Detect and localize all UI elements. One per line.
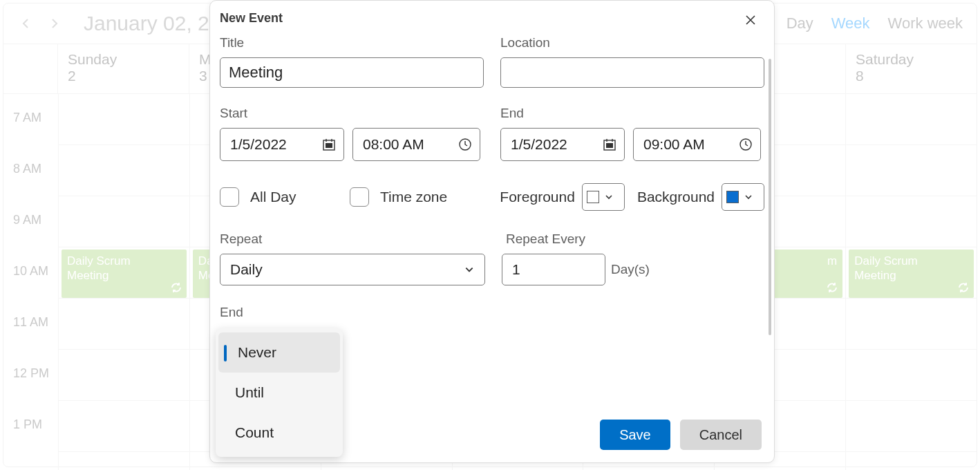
background-color-picker[interactable] xyxy=(722,183,764,211)
start-time-value: 08:00 AM xyxy=(363,136,424,153)
foreground-label: Foreground xyxy=(500,189,575,205)
foreground-color-picker[interactable] xyxy=(582,183,625,211)
timezone-checkbox[interactable] xyxy=(350,187,369,207)
title-input[interactable] xyxy=(220,57,484,88)
foreground-swatch xyxy=(587,191,599,203)
timezone-label: Time zone xyxy=(380,189,447,205)
location-input[interactable] xyxy=(500,57,764,88)
end-time-input[interactable]: 09:00 AM xyxy=(633,128,761,161)
start-date-input[interactable]: 1/5/2022 xyxy=(220,128,344,161)
allday-label: All Day xyxy=(250,189,296,205)
cancel-button[interactable]: Cancel xyxy=(680,420,762,450)
repeat-label: Repeat xyxy=(220,232,485,247)
allday-checkbox[interactable] xyxy=(220,187,239,207)
location-label: Location xyxy=(500,35,764,50)
end-recurrence-label: End xyxy=(220,305,243,319)
background-label: Background xyxy=(637,189,715,205)
svg-rect-1 xyxy=(326,143,332,148)
svg-rect-4 xyxy=(606,143,613,148)
dropdown-option-until[interactable]: Until xyxy=(216,373,343,413)
end-date-input[interactable]: 1/5/2022 xyxy=(500,128,625,161)
chevron-down-icon xyxy=(603,191,614,203)
start-time-input[interactable]: 08:00 AM xyxy=(352,128,480,161)
end-label: End xyxy=(500,106,764,121)
repeat-value: Daily xyxy=(230,261,263,278)
calendar-icon xyxy=(321,137,337,152)
end-recurrence-dropdown: Never Until Count xyxy=(216,328,343,457)
repeat-every-label: Repeat Every xyxy=(506,232,650,247)
repeat-select[interactable]: Daily xyxy=(220,254,485,285)
dropdown-option-count[interactable]: Count xyxy=(216,413,343,453)
end-time-value: 09:00 AM xyxy=(643,136,705,153)
start-label: Start xyxy=(220,106,484,121)
save-button[interactable]: Save xyxy=(600,420,670,450)
close-icon xyxy=(745,15,756,26)
clock-icon xyxy=(738,137,753,152)
dialog-title: New Event xyxy=(210,1,774,32)
repeat-every-unit: Day(s) xyxy=(611,262,650,277)
background-swatch xyxy=(726,191,739,203)
end-date-value: 1/5/2022 xyxy=(511,136,567,153)
clock-icon xyxy=(458,137,473,152)
repeat-every-input[interactable]: 1 xyxy=(502,254,605,285)
repeat-every-value: 1 xyxy=(512,261,520,278)
start-date-value: 1/5/2022 xyxy=(230,136,287,153)
chevron-down-icon xyxy=(743,191,754,203)
calendar-icon xyxy=(602,137,617,152)
chevron-down-icon xyxy=(464,264,475,275)
close-button[interactable] xyxy=(741,10,760,30)
title-label: Title xyxy=(220,35,484,50)
dropdown-option-never[interactable]: Never xyxy=(218,332,340,373)
